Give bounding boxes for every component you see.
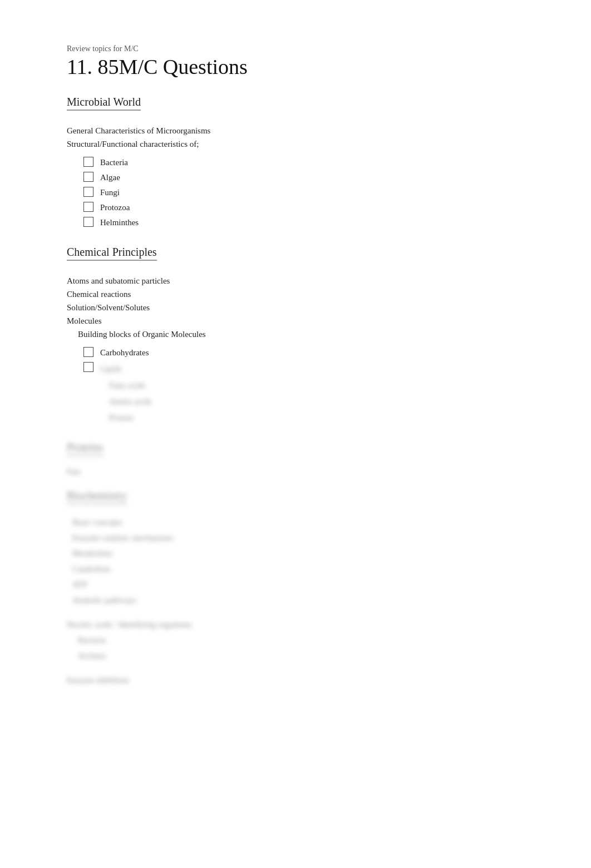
- list-item: Lipids Fatty acids Amino acids Protein: [83, 360, 524, 425]
- blurred-text: Basic concepts: [72, 515, 128, 529]
- blurred-text: Metabolism: [72, 547, 111, 560]
- list-item-label: Bacteria: [100, 155, 128, 170]
- chem-line4: Molecules: [67, 314, 524, 328]
- microbial-intro-line1: General Characteristics of Microorganism…: [67, 124, 524, 137]
- bullet-icon: [83, 347, 93, 357]
- microbial-intro-line2: Structural/Functional characteristics of…: [67, 137, 524, 151]
- bullet-icon: [83, 172, 93, 182]
- review-label: Review topics for M/C: [67, 44, 524, 53]
- list-item-label: Fungi: [100, 185, 120, 200]
- blurred-text: ATP: [72, 578, 100, 591]
- blurred-section-nucleic: Nucleic acids / Identifying organisms Ba…: [67, 618, 524, 662]
- bullet-icon: [83, 157, 93, 167]
- blurred-text: Archaea: [67, 649, 106, 662]
- chemical-principles-heading: Chemical Principles: [67, 246, 157, 261]
- list-item-label: Lipids Fatty acids Amino acids Protein: [100, 360, 159, 425]
- blurred-section-heading: Enzyme inhibition: [67, 673, 167, 687]
- blurred-text: Catabolism: [72, 562, 122, 576]
- blurred-text: Bacteria: [67, 633, 111, 647]
- list-item: Algae: [83, 170, 524, 185]
- bullet-icon: [83, 362, 93, 372]
- blurred-sub-item: Amino acids: [109, 394, 154, 409]
- microbial-world-heading: Microbial World: [67, 96, 141, 111]
- list-item: Bacteria: [83, 155, 524, 170]
- bullet-icon: [83, 217, 93, 227]
- list-item: Protozoa: [83, 200, 524, 215]
- chem-line3: Solution/Solvent/Solutes: [67, 301, 524, 314]
- blurred-sub-item: Fatty acids: [109, 378, 159, 393]
- chemical-principles-section: Chemical Principles Atoms and subatomic …: [67, 246, 524, 425]
- microbial-world-section: Microbial World General Characteristics …: [67, 96, 524, 230]
- blurred-text: Fats: [67, 465, 89, 478]
- blurred-section-enzyme: Enzyme inhibition: [67, 673, 524, 687]
- blurred-section-biochemistry: Biochemistry Basic concepts Enzyme catal…: [67, 489, 524, 607]
- bullet-icon: [83, 187, 93, 197]
- blurred-section-proteins: Proteins Fats: [67, 441, 524, 478]
- chem-indent: Building blocks of Organic Molecules: [67, 328, 524, 341]
- review-label-block: Review topics for M/C 11. 85M/C Question…: [67, 44, 524, 79]
- chem-line2: Chemical reactions: [67, 287, 524, 301]
- list-item-label: Protozoa: [100, 200, 130, 215]
- list-item-label: Helminthes: [100, 215, 139, 230]
- blurred-section-heading: Nucleic acids / Identifying organisms: [67, 618, 223, 631]
- list-item: Carbohydrates: [83, 345, 524, 360]
- main-title: 11. 85M/C Questions: [67, 54, 524, 79]
- list-item-label: Algae: [100, 170, 120, 185]
- blurred-text: Anabolic pathways: [72, 593, 150, 607]
- blurred-sub-item: Protein: [109, 410, 142, 425]
- microbial-bullet-list: Bacteria Algae Fungi Protozoa Helminthes: [83, 155, 524, 230]
- blurred-section-heading: Biochemistry: [67, 489, 127, 504]
- blurred-sub-item: Lipids: [100, 361, 134, 376]
- chem-line1: Atoms and subatomic particles: [67, 274, 524, 287]
- bullet-icon: [83, 202, 93, 212]
- blurred-text: Enzyme catalytic mechanisms: [72, 531, 184, 544]
- blurred-section-heading: Proteins: [67, 441, 104, 456]
- list-item: Fungi: [83, 185, 524, 200]
- chem-bullet-list: Carbohydrates Lipids Fatty acids Amino a…: [83, 345, 524, 425]
- list-item-label: Carbohydrates: [100, 345, 149, 360]
- list-item: Helminthes: [83, 215, 524, 230]
